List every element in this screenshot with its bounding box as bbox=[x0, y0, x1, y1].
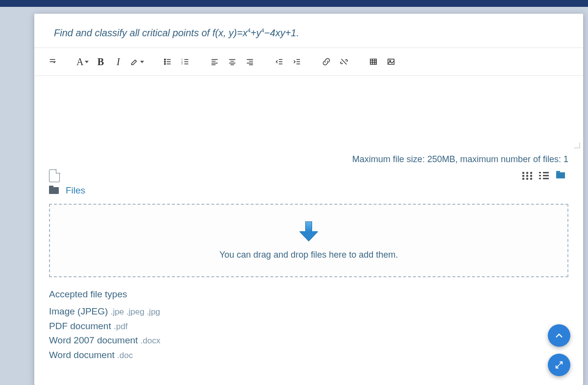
view-mode-icons bbox=[522, 172, 568, 180]
indent-icon bbox=[293, 57, 301, 66]
separator bbox=[62, 54, 74, 69]
highlight-button[interactable] bbox=[127, 52, 147, 72]
files-link-row: Files bbox=[34, 185, 583, 199]
brush-icon bbox=[130, 57, 139, 66]
list-view-button[interactable] bbox=[539, 172, 549, 180]
image-icon bbox=[387, 57, 395, 66]
accepted-row: PDF document .pdf bbox=[49, 319, 568, 333]
content-card: Find and classify all critical points of… bbox=[34, 14, 583, 385]
unlink-icon bbox=[340, 57, 348, 66]
link-button[interactable] bbox=[318, 52, 335, 72]
align-right-button[interactable] bbox=[241, 52, 259, 72]
svg-point-1 bbox=[165, 61, 166, 62]
accepted-file-types: Accepted file types Image (JPEG) .jpe .j… bbox=[34, 282, 583, 372]
indent-button[interactable] bbox=[288, 52, 306, 72]
rich-text-editor[interactable] bbox=[34, 76, 583, 149]
file-dropzone[interactable]: You can drag and drop files here to add … bbox=[49, 204, 568, 277]
grid-view-button[interactable] bbox=[522, 172, 532, 180]
accepted-name: Word document bbox=[49, 350, 115, 360]
screen: Find and classify all critical points of… bbox=[0, 0, 588, 385]
prompt-mid1: +y bbox=[250, 27, 261, 38]
align-left-icon bbox=[210, 57, 219, 66]
files-link[interactable]: Files bbox=[66, 185, 85, 196]
prompt-prefix: Find and classify all critical points of bbox=[54, 27, 212, 38]
scroll-to-top-button[interactable] bbox=[548, 324, 570, 347]
accepted-row: Word 2007 document .docx bbox=[49, 333, 568, 347]
accepted-title: Accepted file types bbox=[49, 287, 568, 301]
folder-icon bbox=[49, 187, 59, 194]
list-ol-icon: 123 bbox=[181, 57, 190, 66]
prompt-tail: −4xy+1. bbox=[264, 27, 299, 38]
accepted-ext: .pdf bbox=[114, 322, 127, 331]
italic-label: I bbox=[117, 56, 120, 68]
chevron-up-icon bbox=[555, 331, 564, 340]
align-right-icon bbox=[245, 57, 254, 66]
align-left-button[interactable] bbox=[206, 52, 223, 72]
svg-point-0 bbox=[165, 59, 166, 60]
list-ul-icon bbox=[163, 57, 172, 66]
italic-button[interactable]: I bbox=[109, 52, 127, 72]
accepted-ext: .jpe .jpeg .jpg bbox=[111, 307, 160, 316]
table-icon bbox=[369, 57, 378, 66]
files-link-left: Files bbox=[49, 185, 85, 196]
svg-point-2 bbox=[165, 63, 166, 64]
dropzone-text: You can drag and drop files here to add … bbox=[220, 250, 398, 260]
accepted-name: Word 2007 document bbox=[49, 335, 138, 345]
unordered-list-button[interactable] bbox=[159, 52, 176, 72]
folder-icon bbox=[556, 172, 565, 179]
caret-icon bbox=[140, 61, 144, 63]
file-limits-text: Maximum file size: 250MB, maximum number… bbox=[34, 149, 583, 167]
caret-icon bbox=[85, 61, 89, 63]
separator bbox=[194, 54, 206, 69]
tree-view-button[interactable] bbox=[556, 172, 565, 180]
svg-text:3: 3 bbox=[181, 62, 183, 65]
accepted-name: PDF document bbox=[49, 321, 111, 331]
paragraph-style-button[interactable] bbox=[44, 52, 62, 72]
bold-label: B bbox=[98, 56, 104, 68]
outdent-icon bbox=[275, 57, 284, 66]
prompt-func: f(x, y)=x bbox=[212, 27, 247, 38]
paragraph-icon bbox=[49, 57, 57, 66]
accepted-row: Word document .doc bbox=[49, 348, 568, 362]
files-header bbox=[34, 167, 583, 185]
expand-icon bbox=[555, 361, 564, 369]
ordered-list-button[interactable]: 123 bbox=[176, 52, 194, 72]
accepted-ext: .docx bbox=[141, 336, 161, 345]
bold-button[interactable]: B bbox=[92, 52, 109, 72]
font-color-label: A bbox=[76, 56, 83, 68]
separator bbox=[147, 54, 159, 69]
image-button[interactable] bbox=[382, 52, 400, 72]
align-center-button[interactable] bbox=[223, 52, 241, 72]
files-header-left bbox=[49, 169, 60, 182]
separator bbox=[353, 54, 365, 69]
table-button[interactable] bbox=[365, 52, 382, 72]
accepted-ext: .doc bbox=[117, 351, 133, 360]
align-center-icon bbox=[228, 57, 237, 66]
accepted-row: Image (JPEG) .jpe .jpeg .jpg bbox=[49, 304, 568, 318]
outdent-button[interactable] bbox=[270, 52, 288, 72]
question-prompt: Find and classify all critical points of… bbox=[34, 14, 583, 48]
link-icon bbox=[322, 57, 331, 66]
svg-rect-6 bbox=[370, 59, 377, 65]
download-arrow-icon bbox=[299, 221, 318, 241]
separator bbox=[259, 54, 270, 69]
accepted-name: Image (JPEG) bbox=[49, 306, 108, 316]
unlink-button[interactable] bbox=[335, 52, 353, 72]
editor-toolbar: A B I 123 bbox=[34, 48, 583, 76]
fullscreen-button[interactable] bbox=[548, 354, 570, 376]
separator bbox=[306, 54, 318, 69]
document-icon bbox=[49, 169, 60, 182]
font-color-button[interactable]: A bbox=[74, 52, 92, 72]
